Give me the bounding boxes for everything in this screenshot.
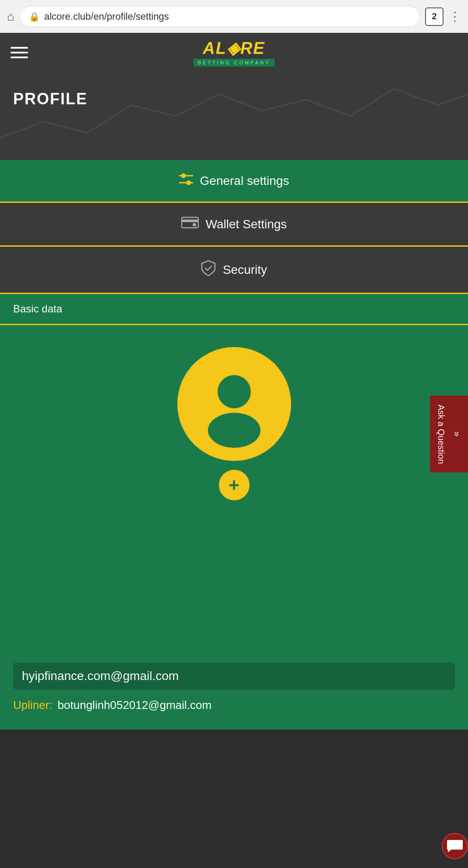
- ask-question-label: Ask a Question: [436, 404, 446, 464]
- chat-bubble-button[interactable]: [442, 833, 468, 859]
- add-photo-button[interactable]: +: [219, 470, 250, 500]
- avatar-person-icon: [190, 360, 278, 448]
- app-header: AL◈RE betting company: [0, 33, 468, 72]
- hamburger-menu-icon[interactable]: [11, 47, 28, 58]
- svg-point-6: [193, 223, 196, 227]
- nav-general-settings[interactable]: General settings: [0, 160, 468, 203]
- upliner-label: Upliner:: [13, 698, 53, 712]
- security-label: Security: [223, 263, 267, 277]
- wallet-icon: [181, 216, 199, 232]
- sliders-icon: [179, 173, 193, 188]
- basic-data-header: Basic data: [0, 294, 468, 325]
- home-icon[interactable]: ⌂: [7, 10, 14, 24]
- avatar-section: +: [0, 325, 468, 649]
- logo: AL◈RE betting company: [194, 39, 275, 67]
- profile-hero: PROFILE: [0, 72, 468, 160]
- user-info-section: hyipfinance.com@gmail.com Upliner: botun…: [0, 649, 468, 730]
- svg-point-1: [181, 174, 186, 178]
- ask-question-button[interactable]: « Ask a Question: [430, 396, 468, 473]
- svg-point-8: [208, 413, 260, 448]
- logo-subtitle: betting company: [194, 59, 275, 67]
- browser-menu-icon[interactable]: ⋮: [449, 9, 461, 24]
- svg-rect-5: [182, 220, 198, 222]
- chevrons-icon: «: [450, 431, 462, 436]
- tabs-badge[interactable]: 2: [425, 7, 443, 26]
- basic-data-label: Basic data: [13, 303, 62, 315]
- general-settings-label: General settings: [200, 174, 289, 188]
- shield-icon: [201, 260, 216, 280]
- user-email: hyipfinance.com@gmail.com: [13, 663, 455, 690]
- chart-background: [0, 72, 468, 160]
- svg-rect-4: [182, 217, 198, 228]
- wallet-settings-label: Wallet Settings: [206, 217, 287, 231]
- nav-wallet-settings[interactable]: Wallet Settings: [0, 203, 468, 247]
- url-text: alcore.club/en/profile/settings: [44, 11, 169, 22]
- logo-text: AL◈RE: [194, 39, 275, 58]
- lock-icon: 🔒: [29, 11, 40, 22]
- upliner-email: botunglinh052012@gmail.com: [58, 698, 212, 712]
- avatar: [177, 347, 291, 461]
- svg-point-3: [186, 181, 191, 185]
- url-bar[interactable]: 🔒 alcore.club/en/profile/settings: [20, 6, 420, 27]
- svg-point-7: [218, 375, 251, 408]
- nav-security[interactable]: Security: [0, 247, 468, 294]
- browser-chrome: ⌂ 🔒 alcore.club/en/profile/settings 2 ⋮: [0, 0, 468, 33]
- user-upliner: Upliner: botunglinh052012@gmail.com: [13, 698, 455, 712]
- chat-icon: [447, 839, 463, 853]
